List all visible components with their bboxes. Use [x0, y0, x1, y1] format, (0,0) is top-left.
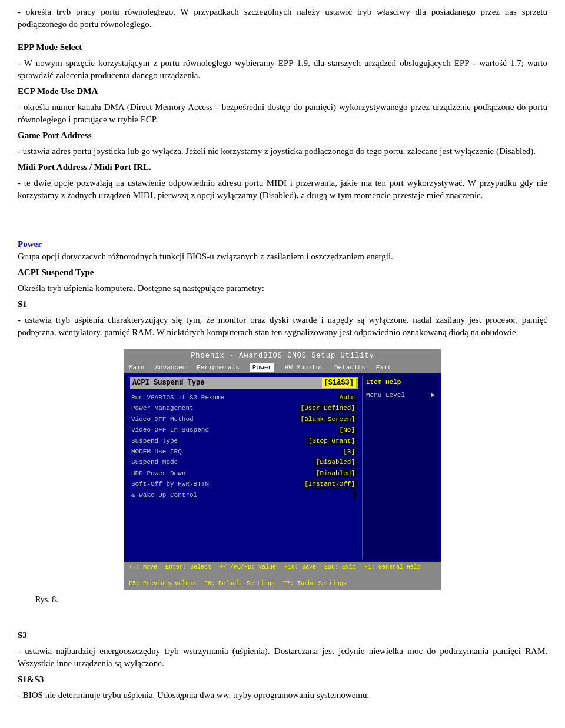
bios-footer-turbo: F7: Turbo Settings: [283, 580, 347, 588]
bios-menu-bar: Main Advanced Peripherals Power HW Monit…: [124, 362, 441, 373]
bios-menu-exit: Exit: [376, 363, 391, 372]
game-port-desc: - ustawia adres portu joysticka lub go w…: [18, 145, 547, 158]
bios-footer-save: F10: Save: [284, 563, 316, 572]
bios-row-1: Power Management [User Defined]: [130, 403, 358, 413]
bios-row-label-7: HDD Power Down: [131, 469, 185, 478]
bios-footer: ↑↓: Move Enter: Select +/-/PU/PD: Value …: [124, 562, 441, 590]
epp-mode-title: EPP Mode Select: [18, 41, 547, 54]
bios-row-val-8: [Instant-Off]: [302, 480, 357, 489]
bios-titlebar: Phoenix - AwardBIOS CMOS Setup Utility: [124, 350, 441, 362]
paragraph-1: - określa tryb pracy portu równoległego.…: [18, 6, 547, 31]
bios-header-label: ACPI Suspend Type: [132, 378, 204, 388]
bios-sidebar: Item Help Menu Level ►: [362, 376, 438, 559]
bios-row-5: MODEM Use IRQ [3]: [130, 447, 358, 457]
bios-header-row: ACPI Suspend Type [S1&S3]: [130, 377, 358, 389]
bios-footer-default: F6: Default Settings: [204, 580, 275, 588]
bios-row-label-5: MODEM Use IRQ: [131, 448, 182, 456]
bios-row-0: Run VGABIOS if S3 Resume Auto: [130, 393, 358, 403]
bios-body: ACPI Suspend Type [S1&S3] Run VGABIOS if…: [124, 373, 441, 562]
midi-port-title: Midi Port Address / Midi Port IRL.: [18, 161, 547, 173]
midi-port-desc: - te dwie opcje pozwalają na ustawienie …: [18, 177, 547, 202]
s1-desc: - ustawia tryb uśpienia charakteryzujący…: [18, 314, 547, 339]
bios-menu-advanced: Advanced: [155, 363, 186, 372]
bios-footer-prev: F5: Previous Values: [129, 580, 196, 588]
game-title-text: Game Port Address: [18, 131, 92, 140]
game-port-title: Game Port Address: [18, 129, 547, 142]
s1s3-desc: - BIOS nie determinuje trybu uśpienia. U…: [18, 689, 547, 702]
bios-footer-exit: ESC: Exit: [324, 563, 356, 572]
bios-row-val-7: [Disabled]: [314, 469, 357, 478]
ecp-mode-desc: - określa numer kanału DMA (Direct Memor…: [18, 101, 547, 126]
bios-footer-select: Enter: Select: [165, 563, 211, 572]
s3-desc: - ustawia najbardziej energooszczędny tr…: [18, 645, 547, 670]
bios-row-label-8: Soft-Off by PWR-BTTN: [131, 480, 209, 489]
ecp-title-text: ECP Mode Use DMA: [18, 86, 98, 96]
midi-title-text: Midi Port Address / Midi Port IRL.: [18, 162, 151, 172]
bios-menu-hwmonitor: HW Monitor: [285, 363, 324, 372]
bios-row-val-6: [Disabled]: [314, 458, 357, 467]
power-heading: Power: [18, 238, 547, 251]
acpi-desc: Określa tryb uśpienia komputera. Dostępn…: [18, 282, 547, 295]
bios-row-9: & Wake Up Control: [130, 490, 358, 500]
rys-label: Rys. 8.: [35, 594, 547, 606]
bios-row-label-9: & Wake Up Control: [131, 491, 197, 500]
bios-row-label-4: Suspend Type: [131, 437, 178, 446]
bios-row-7: HDD Power Down [Disabled]: [130, 469, 358, 479]
ecp-mode-title: ECP Mode Use DMA: [18, 85, 547, 98]
bios-menu-main: Main: [129, 363, 144, 372]
s1s3-label: S1&S3: [18, 673, 547, 686]
bios-footer-value: +/-/PU/PD: Value: [220, 563, 276, 572]
bios-row-2: Video OFF Method [Blank Screen]: [130, 415, 358, 425]
bios-row-label-6: Suspend Mode: [131, 458, 178, 467]
bios-row-val-4: [Stop Grant]: [306, 437, 357, 446]
bios-row-3: Video OFF In Suspend [No]: [130, 425, 358, 435]
bios-row-8: Soft-Off by PWR-BTTN [Instant-Off]: [130, 479, 358, 489]
bios-row-val-1: [User Defined]: [298, 404, 357, 413]
s3-label: S3: [18, 629, 547, 642]
bios-row-val-5: [3]: [341, 448, 357, 456]
bios-header-value: [S1&S3]: [322, 378, 356, 388]
bios-row-6: Suspend Mode [Disabled]: [130, 457, 358, 467]
bios-screenshot: Phoenix - AwardBIOS CMOS Setup Utility M…: [124, 349, 441, 590]
bios-sidebar-label: Menu Level: [366, 391, 405, 400]
bios-row-label-3: Video OFF In Suspend: [131, 426, 209, 435]
bios-sidebar-value: ►: [431, 391, 435, 400]
bios-menu-peripherals: Peripherals: [197, 363, 240, 372]
bios-row-label-1: Power Management: [131, 404, 194, 413]
bios-row-val-3: [No]: [337, 426, 357, 435]
bios-row-label-0: Run VGABIOS if S3 Resume: [131, 393, 224, 402]
bios-row-label-2: Video OFF Method: [131, 415, 194, 424]
acpi-title: ACPI Suspend Type: [18, 266, 547, 279]
bios-main-panel: ACPI Suspend Type [S1&S3] Run VGABIOS if…: [127, 376, 362, 559]
bios-row-val-2: [Blank Screen]: [298, 415, 357, 424]
bios-footer-move: ↑↓: Move: [129, 563, 157, 572]
epp-title-text: EPP Mode Select: [18, 42, 82, 52]
bios-sidebar-item-0: Menu Level ►: [366, 391, 435, 400]
bios-row-val-9: [353, 491, 357, 500]
s1-label: S1: [18, 298, 547, 310]
power-group-desc: Grupa opcji dotyczących różnorodnych fun…: [18, 251, 547, 263]
bios-row-4: Suspend Type [Stop Grant]: [130, 436, 358, 446]
bios-sidebar-title: Item Help: [366, 378, 435, 387]
bios-menu-power: Power: [250, 363, 274, 372]
bios-row-val-0: Auto: [337, 393, 357, 402]
bios-footer-help: F1: General Help: [364, 563, 421, 572]
epp-mode-desc: - W nowym sprzęcie korzystającym z portu…: [18, 57, 547, 82]
bios-menu-defaults: Defaults: [334, 363, 365, 372]
